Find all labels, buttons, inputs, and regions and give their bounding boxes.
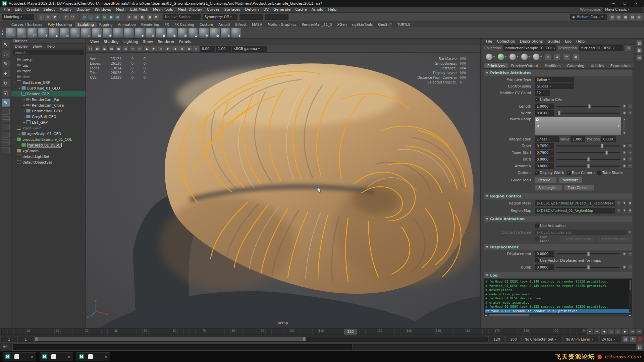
slider-handle[interactable] [588, 104, 591, 109]
slider-handle[interactable] [587, 164, 590, 168]
attribute-value-field[interactable]: 0.7050 [535, 143, 554, 149]
map-button[interactable]: ▦ [622, 143, 627, 148]
input-field-x[interactable] [239, 14, 263, 20]
animation-end-field[interactable]: 200 [506, 337, 521, 342]
region-mask-field[interactable]: ${DESC}/paintmaps/furHead_01_RegionMask [535, 200, 615, 206]
menu-select[interactable]: Select [41, 7, 57, 13]
shelf-tool-icon-16[interactable]: ◐ [167, 28, 177, 38]
map-button[interactable]: ▦ [622, 150, 627, 155]
close-icon[interactable]: ✕ [31, 355, 34, 359]
menu-display[interactable]: Display [74, 7, 93, 13]
outliner-item-xggroom[interactable]: xgGroom [11, 148, 86, 154]
map-button[interactable]: ▦ [622, 265, 627, 270]
ramp-value-field[interactable]: 1.000 [571, 136, 585, 142]
snap-to-grid-icon[interactable]: ⊞ [81, 14, 87, 20]
expand-toggle-icon[interactable]: + [22, 121, 26, 124]
channel-box-icon[interactable]: ▨ [636, 14, 642, 20]
tool-settings-toggle-icon[interactable]: ▦ [636, 47, 642, 53]
play-backwards-button[interactable]: ◁ [608, 328, 614, 335]
attribute-slider[interactable] [556, 152, 620, 153]
play-forwards-button[interactable]: ▷ [615, 328, 622, 335]
render-settings-icon[interactable]: ✱ [153, 14, 159, 20]
step-back-frame-button[interactable]: ≪ [594, 328, 600, 335]
character-set-select[interactable]: No Character Set▾ [523, 337, 562, 342]
vector-displacement-checkbox[interactable] [535, 258, 539, 262]
minimize-button[interactable]: ─ [608, 2, 619, 5]
layout-button-1[interactable] [2, 109, 10, 115]
expand-toggle-icon[interactable]: + [22, 98, 26, 101]
xgen-preview-icon[interactable]: ◉ [573, 54, 579, 60]
description-field[interactable]: furHead_01_DESC▾ [579, 45, 624, 51]
xgen-sculpt-guide-icon[interactable]: ✎ [544, 54, 551, 60]
viewport-panel[interactable]: ViewShadingLightingShowRendererPanels ▢◧… [86, 39, 481, 328]
range-handle-right[interactable] [303, 337, 306, 341]
xgen-create-description-icon[interactable] [497, 53, 504, 60]
xgen-menu-log[interactable]: Log [562, 39, 574, 45]
fps-select[interactable]: 24 fps▾ [600, 337, 621, 342]
shelf-tool-icon-5[interactable]: ◭ [49, 28, 59, 38]
expand-toggle-icon[interactable]: - [17, 92, 21, 96]
chevron-down-icon[interactable]: ▾ [628, 251, 632, 256]
menu-edit-mesh[interactable]: Edit Mesh [128, 7, 151, 13]
option-checkbox-face-camera[interactable]: ✓ [567, 171, 571, 175]
rotate-tool-icon[interactable]: ↻ [1, 79, 10, 87]
ramp-scroll[interactable]: ▲▼ [623, 117, 626, 135]
folder-icon[interactable]: ▤ [628, 201, 632, 206]
log-horizontal-scrollbar[interactable]: ◀ ▶ [484, 313, 632, 317]
save-scene-icon[interactable]: ▼ [52, 14, 58, 20]
folder-icon[interactable]: ▤ [628, 230, 632, 235]
taskbar-maya-window-2[interactable]: M✕ [40, 352, 73, 361]
map-button[interactable]: ▦ [622, 164, 627, 169]
shelf-tab-fx-caching[interactable]: FX Caching [172, 22, 197, 27]
go-to-end-button[interactable]: ⇥ [636, 328, 643, 335]
depth-of-field-icon[interactable]: ◎ [193, 46, 199, 52]
viewport-menu-lighting[interactable]: Lighting [121, 39, 141, 45]
shelf-tab-renderman-21-0[interactable]: RenderMan_21_0 [299, 22, 334, 27]
scrollbar-thumb[interactable] [489, 314, 529, 316]
bookmark-icon[interactable]: ▤ [108, 46, 115, 52]
shelf-tab-mash[interactable]: MASH [249, 22, 265, 27]
lasso-tool-icon[interactable]: ◌ [1, 50, 10, 58]
slider-handle[interactable] [601, 144, 603, 148]
outliner-item-xgenscalp_01_geo[interactable]: +xgenScalp_01_GEO [11, 131, 86, 136]
lock-camera-icon[interactable]: ◧ [94, 46, 101, 52]
menu-edit[interactable]: Edit [12, 7, 24, 13]
hypershade-icon[interactable]: ▥ [616, 14, 622, 20]
account-menu[interactable]: ◉Michael Cau...▾ [570, 14, 607, 20]
wireframe-icon[interactable]: ◇ [137, 46, 143, 52]
log-line[interactable]: # furHead_01_DESC took 0.145 seconds to … [485, 284, 631, 288]
step-back-key-button[interactable]: ◀ [601, 328, 607, 335]
shelf-tool-icon-4[interactable]: ◔ [38, 28, 48, 38]
attribute-value-field[interactable]: 1.0000 [535, 104, 554, 109]
shelf-tool-icon-11[interactable]: ◜ [113, 28, 123, 38]
viewport-menu-panels[interactable]: Panels [177, 39, 193, 45]
symmetry-select[interactable]: Symmetry: Off▾ [203, 14, 237, 20]
command-language-toggle[interactable]: MEL [0, 343, 12, 351]
grease-pencil-icon[interactable]: ✎ [129, 46, 136, 52]
open-scene-icon[interactable]: ▱ [45, 14, 51, 20]
map-button[interactable]: ▦ [622, 104, 627, 109]
shelf-tab-geosliff[interactable]: GeoSliff [375, 22, 394, 27]
layout-button-3[interactable] [2, 124, 10, 130]
attribute-slider[interactable] [556, 145, 620, 146]
viewport-menu-view[interactable]: View [88, 39, 101, 45]
slider-handle[interactable] [587, 252, 590, 256]
slider-handle[interactable] [587, 157, 590, 162]
shelf-menu[interactable]: ▾✱ [1, 30, 4, 36]
script-editor-icon[interactable]: ▤ [637, 344, 643, 350]
log-line[interactable]: # furHead_01_DESC took 0.123 seconds to … [485, 305, 631, 309]
log-line[interactable]: # erator made accurate. [485, 301, 631, 305]
outliner-item-rendercam_far[interactable]: +RenderCam_Far [11, 97, 86, 102]
create-new-cachebutton[interactable]: Create new cache [560, 236, 596, 242]
expand-toggle-icon[interactable]: - [13, 81, 17, 84]
log-vertical-scrollbar[interactable] [629, 280, 632, 312]
menu-help[interactable]: Help [326, 7, 339, 13]
shelf-tool-icon-13[interactable]: ◆ [135, 28, 145, 38]
region-map-field[interactable]: ${DESC}/furHead_01_RegionMap [535, 208, 615, 214]
outliner-item-furhead_01_desc[interactable]: furHead_01_DESC [11, 142, 86, 148]
shelf-tool-icon-7[interactable]: ◇ [70, 28, 80, 38]
xgen-menu-file[interactable]: File [484, 39, 494, 45]
live-mode-checkbox[interactable] [535, 237, 539, 241]
tool-settings-icon[interactable]: ▦ [623, 14, 629, 20]
shelf-tool-icon-1[interactable]: ◠ [6, 28, 16, 38]
